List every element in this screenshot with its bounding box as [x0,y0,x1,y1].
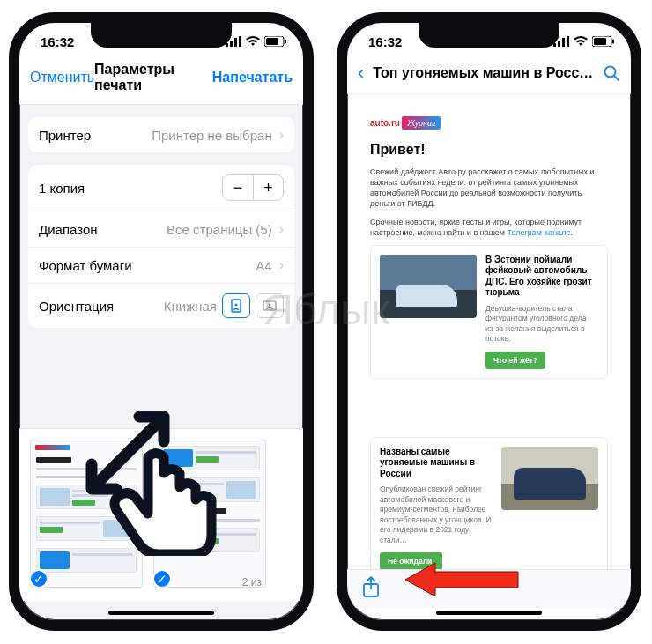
copies-row: 1 копия − + [28,165,294,211]
telegram-link[interactable]: Телеграм-канале [508,228,571,237]
article-card-2[interactable]: Названы самые угоняемые машины в России … [370,437,608,571]
document-nav: ‹ Топ угоняемых машин в России, с… [347,55,631,94]
paper-label: Формат бумаги [39,258,132,273]
phone-right: 16:32 ‹ Топ угоняемых машин в России, с…… [337,12,641,631]
chevron-right-icon: › [279,257,284,273]
options-section: 1 копия − + Диапазон Все страницы (5)› Ф… [28,165,294,328]
status-time: 16:32 [368,34,402,49]
wifi-icon [246,36,260,47]
orientation-label: Ориентация [39,299,114,314]
copies-stepper[interactable]: − + [222,174,284,201]
search-icon[interactable] [603,64,620,82]
printer-value: Принтер не выбран [152,128,271,143]
card-cta[interactable]: Что ей жёт? [485,352,545,369]
pinch-zoom-gesture-icon [63,389,231,559]
svg-rect-18 [612,40,614,44]
annotation-arrow-icon [405,558,520,605]
status-time: 16:32 [41,34,74,49]
svg-point-19 [605,67,616,78]
document-page-1: auto.ruЖурнал Привет! Свежий дайджест Ав… [358,104,620,403]
document-page-2: Названы самые угоняемые машины в России … [358,425,620,571]
chevron-right-icon: › [279,127,284,143]
svg-rect-3 [239,36,241,47]
article-card-1[interactable]: В Эстонии поймали фейковый автомобиль ДП… [370,245,608,379]
svg-rect-2 [234,38,237,47]
card-image [501,447,598,510]
print-button[interactable]: Напечатать [212,70,293,85]
battery-icon [264,36,287,47]
paper-value: A4 [256,258,271,273]
range-value: Все страницы (5) [167,222,272,237]
chevron-right-icon: › [279,221,284,237]
card-text: Девушка-водитель стала фигурантом уголов… [485,304,598,344]
orientation-row: Ориентация Книжная [28,283,294,328]
notch [419,23,559,48]
home-indicator[interactable] [436,611,542,615]
stepper-plus[interactable]: + [253,175,283,200]
paper-row[interactable]: Формат бумаги A4› [28,247,294,283]
share-button[interactable] [361,576,381,603]
svg-rect-17 [594,38,606,45]
telegram-paragraph: Срочные новости, яркие тесты и игры, кот… [370,217,608,238]
range-row[interactable]: Диапазон Все страницы (5)› [28,211,294,247]
check-icon: ✓ [29,569,48,588]
card-text: Опубликован свежий рейтинг автомобилей м… [380,485,493,545]
document-viewport[interactable]: auto.ruЖурнал Привет! Свежий дайджест Ав… [347,93,631,571]
svg-line-20 [615,77,619,81]
auto-ru-logo: auto.ruЖурнал [370,116,441,130]
card-title: Названы самые угоняемые машины в России [380,447,493,480]
stepper-minus[interactable]: − [223,175,253,200]
card-image [380,255,477,318]
orientation-portrait[interactable] [222,293,250,318]
card-title: В Эстонии поймали фейковый автомобиль ДП… [485,255,598,299]
printer-section: Принтер Принтер не выбран› [28,117,294,152]
orientation-value: Книжная [164,299,217,314]
back-button[interactable]: ‹ [358,62,364,85]
printer-row[interactable]: Принтер Принтер не выбран› [28,117,294,152]
check-icon: ✓ [152,569,172,588]
svg-rect-5 [266,38,278,45]
document-title: Топ угоняемых машин в России, с… [373,65,594,81]
notch [91,23,232,48]
battery-icon [592,36,615,47]
svg-rect-1 [230,41,233,47]
home-indicator[interactable] [108,611,214,615]
print-nav: Отменить Параметры печати Напечатать [19,55,303,105]
greeting-heading: Привет! [370,142,608,158]
intro-paragraph: Свежий дайджест Авто.ру расскажет о самы… [370,167,608,210]
svg-point-10 [269,304,271,307]
svg-rect-13 [558,41,560,47]
svg-point-8 [235,304,238,307]
nav-title: Параметры печати [94,62,212,93]
wifi-icon [574,36,588,47]
svg-rect-15 [567,36,569,47]
range-label: Диапазон [39,222,98,237]
orientation-landscape[interactable] [256,293,284,318]
copies-label: 1 копия [39,181,85,196]
page-counter: 2 из [242,576,262,588]
printer-label: Принтер [39,128,91,143]
svg-rect-6 [285,40,286,44]
svg-rect-14 [562,38,565,47]
cancel-button[interactable]: Отменить [30,70,94,85]
svg-marker-23 [405,563,518,596]
